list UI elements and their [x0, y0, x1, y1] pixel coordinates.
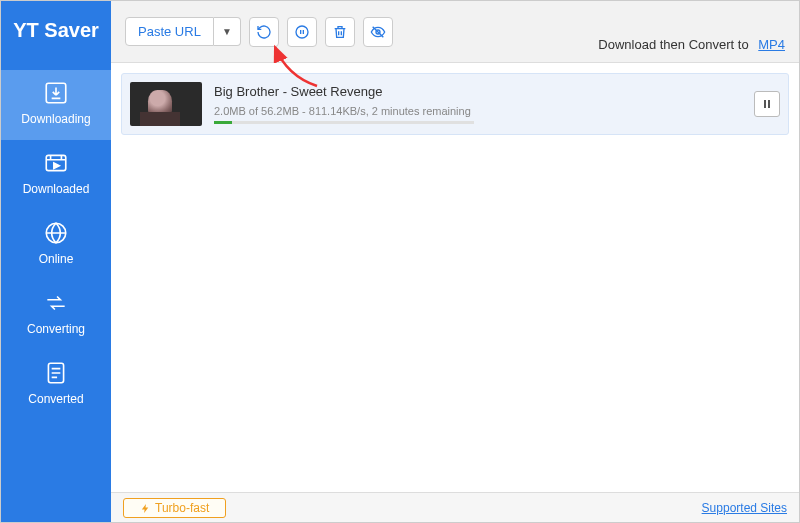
trash-icon: [332, 24, 348, 40]
sidebar-item-label: Converting: [27, 322, 85, 336]
sidebar-item-label: Downloading: [21, 112, 90, 126]
sidebar-item-online[interactable]: Online: [1, 210, 111, 280]
refresh-button[interactable]: [249, 17, 279, 47]
sidebar-item-label: Converted: [28, 392, 83, 406]
sidebar-item-converted[interactable]: Converted: [1, 350, 111, 420]
globe-icon: [43, 220, 69, 246]
paste-url-dropdown[interactable]: ▼: [214, 17, 241, 46]
video-thumbnail: [130, 82, 202, 126]
sidebar-item-downloaded[interactable]: Downloaded: [1, 140, 111, 210]
convert-label: Download then Convert to MP4: [598, 37, 785, 52]
supported-sites-link[interactable]: Supported Sites: [702, 501, 787, 515]
svg-rect-1: [46, 155, 66, 170]
svg-rect-9: [768, 100, 770, 108]
refresh-icon: [256, 24, 272, 40]
eye-off-icon: [370, 24, 386, 40]
pause-all-button[interactable]: [287, 17, 317, 47]
sidebar-item-label: Online: [39, 252, 74, 266]
sidebar-item-converting[interactable]: Converting: [1, 280, 111, 350]
sidebar-item-downloading[interactable]: Downloading: [1, 70, 111, 140]
app-logo: YT Saver: [1, 1, 111, 70]
download-icon: [43, 80, 69, 106]
bolt-icon: [140, 503, 151, 514]
download-status: 2.0MB of 56.2MB - 811.14KB/s, 2 minutes …: [214, 105, 742, 117]
progress-fill: [214, 121, 232, 124]
svg-point-6: [296, 26, 308, 38]
document-icon: [43, 360, 69, 386]
progress-bar: [214, 121, 474, 124]
download-item[interactable]: Big Brother - Sweet Revenge 2.0MB of 56.…: [121, 73, 789, 135]
download-title: Big Brother - Sweet Revenge: [214, 84, 742, 99]
pause-icon: [761, 98, 773, 110]
hide-button[interactable]: [363, 17, 393, 47]
pause-button[interactable]: [754, 91, 780, 117]
svg-rect-8: [764, 100, 766, 108]
paste-url-button[interactable]: Paste URL: [125, 17, 214, 46]
sidebar-item-label: Downloaded: [23, 182, 90, 196]
delete-button[interactable]: [325, 17, 355, 47]
video-file-icon: [43, 150, 69, 176]
convert-format-link[interactable]: MP4: [758, 37, 785, 52]
convert-icon: [43, 290, 69, 316]
turbo-fast-button[interactable]: Turbo-fast: [123, 498, 226, 518]
pause-circle-icon: [294, 24, 310, 40]
